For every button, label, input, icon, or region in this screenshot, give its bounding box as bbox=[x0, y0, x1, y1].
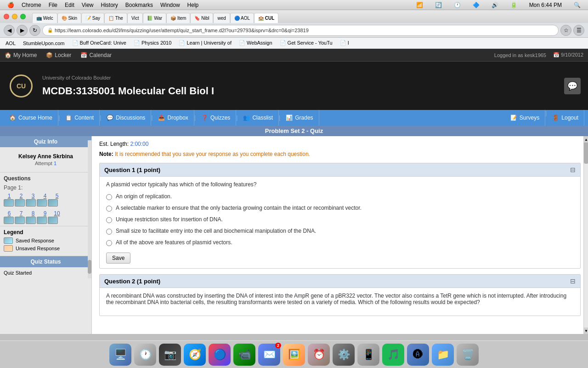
nav-surveys[interactable]: 📝 Surveys bbox=[505, 110, 545, 126]
back-button[interactable]: ◀ bbox=[4, 25, 15, 36]
menubar-help[interactable]: Help bbox=[187, 2, 199, 8]
q-link-8[interactable]: 8 bbox=[28, 210, 39, 217]
bookmark-i[interactable]: 📄 I bbox=[337, 39, 352, 47]
url-text[interactable]: https://learn.colorado.edu/d2l/lms/quizz… bbox=[55, 28, 309, 33]
refresh-button[interactable]: ↻ bbox=[29, 25, 40, 36]
q-link-9[interactable]: 9 bbox=[40, 210, 51, 217]
nav-discussions[interactable]: 💬 Discussions bbox=[101, 110, 151, 126]
q-link-7[interactable]: 7 bbox=[16, 210, 27, 217]
dock-safari[interactable]: 🧭 bbox=[184, 344, 206, 366]
menubar-window[interactable]: Window bbox=[160, 2, 180, 8]
sidebar-scrollbar[interactable] bbox=[88, 140, 91, 278]
tab-skin[interactable]: 🎨 Skin bbox=[57, 13, 81, 23]
topnav-calendar[interactable]: 📅 Calendar bbox=[80, 52, 112, 58]
label-q1-d[interactable]: Small size to facilitate entry into the … bbox=[116, 228, 316, 234]
dock-iphone[interactable]: 📱 bbox=[357, 344, 379, 366]
dock-systemprefs[interactable]: ⚙️ bbox=[333, 344, 355, 366]
topnav-locker[interactable]: 📦 Locker bbox=[46, 52, 71, 58]
dock-camera[interactable]: 📷 bbox=[159, 344, 181, 366]
star-button[interactable]: ☆ bbox=[560, 25, 571, 36]
label-q1-b[interactable]: A selectable marker to ensure that the o… bbox=[116, 205, 362, 211]
q-link-2[interactable]: 2 bbox=[16, 193, 27, 199]
tab-item[interactable]: 📦 Item bbox=[166, 13, 190, 23]
scroll-down-button[interactable]: ▼ bbox=[584, 328, 588, 334]
est-length-value[interactable]: 2:00:00 bbox=[130, 141, 148, 147]
dock-clock[interactable]: 🕐 bbox=[134, 344, 156, 366]
save-button[interactable]: Save bbox=[106, 253, 130, 264]
nav-dropbox[interactable]: 📥 Dropbox bbox=[153, 110, 194, 126]
bookmark-physics[interactable]: 📄 Physics 2010 bbox=[131, 39, 174, 47]
menubar-edit[interactable]: Edit bbox=[65, 2, 74, 8]
nav-course-home[interactable]: 🏠 Course Home bbox=[4, 110, 58, 126]
settings-button[interactable]: ☰ bbox=[573, 25, 584, 36]
label-q1-e[interactable]: All of the above are features of plasmid… bbox=[116, 239, 232, 246]
menubar-view[interactable]: View bbox=[82, 2, 94, 8]
sidebar-scrollbar-thumb[interactable] bbox=[88, 260, 91, 274]
tab-nibl[interactable]: 🔖 Nibl bbox=[190, 13, 213, 23]
dock-finder[interactable]: 🖥️ bbox=[109, 344, 131, 366]
close-button[interactable] bbox=[4, 14, 9, 19]
radio-q1-a[interactable] bbox=[106, 194, 112, 200]
dock-spotify[interactable]: 🎵 bbox=[382, 344, 404, 366]
bookmark-buffonecard[interactable]: 📄 Buff OneCard: Unive bbox=[69, 39, 129, 47]
nav-classlist[interactable]: 👥 Classlist bbox=[237, 110, 279, 126]
search-icon[interactable]: 🔍 bbox=[574, 2, 581, 8]
nav-grades[interactable]: 📊 Grades bbox=[280, 110, 319, 126]
dock-finder2[interactable]: 📁 bbox=[432, 344, 454, 366]
radio-q1-e[interactable] bbox=[106, 240, 112, 246]
tab-war[interactable]: 📗 War bbox=[143, 13, 166, 23]
tab-welc[interactable]: 📺 Welc bbox=[32, 13, 57, 23]
label-q1-a[interactable]: An origin of replication. bbox=[116, 193, 172, 200]
address-bar[interactable]: 🔒 https://learn.colorado.edu/d2l/lms/qui… bbox=[42, 25, 559, 36]
nav-quizzes[interactable]: ❓ Quizzes bbox=[196, 110, 236, 126]
maximize-button[interactable] bbox=[20, 14, 26, 19]
tab-cul[interactable]: 🏫 CUL bbox=[254, 13, 278, 23]
dock-appstore[interactable]: 🅐 bbox=[407, 344, 429, 366]
dock-iphoto[interactable]: 🖼️ bbox=[283, 344, 305, 366]
radio-q1-b[interactable] bbox=[106, 206, 112, 212]
menubar-file[interactable]: File bbox=[49, 2, 57, 8]
content-scrollbar[interactable]: ▲ ▼ bbox=[583, 136, 588, 334]
menubar-chrome[interactable]: Chrome bbox=[22, 2, 41, 8]
label-q1-c[interactable]: Unique restriction sites for insertion o… bbox=[116, 216, 223, 223]
tab-wed[interactable]: wed bbox=[213, 13, 230, 23]
q-link-3[interactable]: 3 bbox=[28, 193, 39, 199]
collapse-q1-button[interactable]: ⊟ bbox=[570, 166, 576, 173]
tab-the[interactable]: 📋 The bbox=[104, 13, 127, 23]
bookmark-aol[interactable]: AOL bbox=[3, 40, 18, 47]
apple-menu[interactable]: 🍎 bbox=[7, 2, 14, 8]
dock-trash[interactable]: 🗑️ bbox=[457, 344, 479, 366]
q-link-1[interactable]: 1 bbox=[4, 193, 15, 199]
dock-facetime[interactable]: 📹 bbox=[233, 344, 255, 366]
scroll-up-button[interactable]: ▲ bbox=[584, 136, 588, 143]
quiz-content-area[interactable]: Est. Length: 2:00:00 Note: It is recomme… bbox=[92, 136, 588, 334]
nav-logout[interactable]: 🚪 Logout bbox=[547, 110, 584, 126]
dock-chrome[interactable]: 🔵 bbox=[209, 344, 231, 366]
content-icon: 📋 bbox=[65, 115, 72, 121]
q-link-5[interactable]: 5 bbox=[51, 193, 62, 199]
menubar-bookmarks[interactable]: Bookmarks bbox=[125, 2, 153, 8]
minimize-button[interactable] bbox=[12, 14, 17, 19]
nav-content[interactable]: 📋 Content bbox=[60, 110, 100, 126]
attempt-link[interactable]: 1 bbox=[54, 161, 57, 166]
forward-button[interactable]: ▶ bbox=[17, 25, 28, 36]
q-link-10[interactable]: 10 bbox=[51, 210, 62, 217]
q-link-6[interactable]: 6 bbox=[4, 210, 15, 217]
dock-timemachine[interactable]: ⏰ bbox=[308, 344, 330, 366]
tab-say[interactable]: 📝 Say bbox=[81, 13, 104, 23]
bookmark-learn[interactable]: 📄 Learn | University of bbox=[176, 39, 234, 47]
menubar-history[interactable]: History bbox=[101, 2, 118, 8]
tab-aol[interactable]: 🔵 AOL bbox=[230, 13, 254, 23]
bookmark-getservice[interactable]: 📄 Get Service - YouTu bbox=[277, 39, 335, 47]
radio-q1-d[interactable] bbox=[106, 229, 112, 235]
q-link-4[interactable]: 4 bbox=[40, 193, 51, 199]
topnav-myhome[interactable]: 🏠 My Home bbox=[5, 52, 37, 58]
dock-mail[interactable]: ✉️ 2 bbox=[258, 344, 280, 366]
collapse-q2-button[interactable]: ⊟ bbox=[570, 277, 576, 285]
tab-vict[interactable]: Vict bbox=[127, 13, 143, 23]
bookmark-stumbleupon[interactable]: StumbleUpon.com bbox=[20, 40, 68, 47]
chat-icon[interactable]: 💬 bbox=[564, 78, 581, 94]
bookmark-webassign[interactable]: 📄 WebAssign bbox=[236, 39, 275, 47]
radio-q1-c[interactable] bbox=[106, 217, 112, 223]
question-2-body: A recombinant DNA was constructed by ins… bbox=[100, 288, 580, 316]
